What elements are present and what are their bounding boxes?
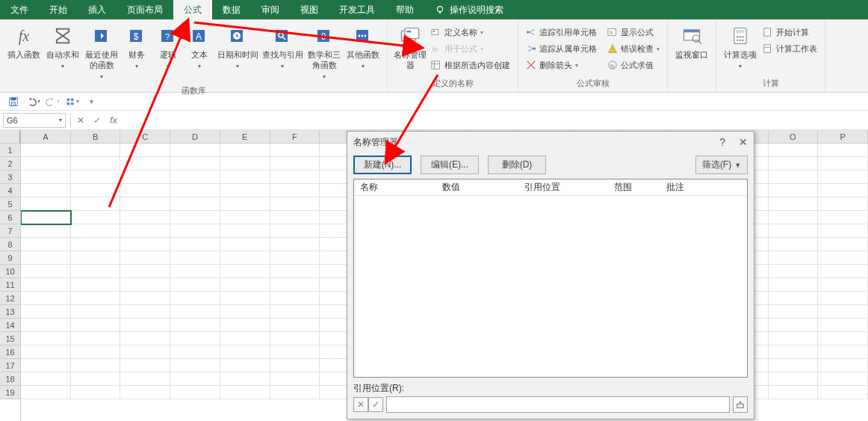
cell[interactable]: [220, 305, 270, 319]
column-header[interactable]: F: [270, 130, 320, 144]
cell[interactable]: [769, 184, 819, 197]
cell[interactable]: [818, 332, 868, 345]
undo-button[interactable]: ▾: [25, 94, 40, 109]
ref-accept-button[interactable]: ✓: [368, 397, 383, 412]
tab-file[interactable]: 文件: [0, 0, 39, 19]
cell[interactable]: [120, 278, 170, 292]
row-header[interactable]: 17: [0, 359, 20, 372]
column-header[interactable]: C: [120, 130, 170, 144]
tab-view[interactable]: 视图: [290, 0, 329, 19]
cell[interactable]: [170, 224, 220, 238]
cell[interactable]: [71, 265, 121, 278]
names-list[interactable]: 名称 数值 引用位置 范围 批注: [353, 179, 748, 378]
cell[interactable]: [818, 238, 868, 251]
refers-to-input[interactable]: [386, 396, 730, 413]
cell[interactable]: [270, 345, 320, 359]
cell[interactable]: [818, 224, 868, 238]
accept-formula-button[interactable]: ✓: [89, 113, 105, 128]
cell[interactable]: [71, 170, 121, 184]
cell[interactable]: [21, 211, 71, 224]
cell[interactable]: [120, 251, 170, 265]
tab-insert[interactable]: 插入: [78, 0, 117, 19]
autosum-button[interactable]: 自动求和 ▾: [43, 22, 82, 73]
redo-button[interactable]: ▾: [45, 94, 60, 109]
calc-sheet-button[interactable]: 计算工作表: [760, 40, 820, 57]
cell[interactable]: [170, 184, 220, 197]
cell[interactable]: [270, 278, 320, 292]
cell[interactable]: [71, 345, 121, 359]
cell[interactable]: [170, 157, 220, 170]
cell[interactable]: [71, 197, 121, 211]
ref-cancel-button[interactable]: ✕: [353, 397, 368, 412]
cell[interactable]: [270, 157, 320, 170]
cell[interactable]: [21, 265, 71, 278]
cell[interactable]: [270, 265, 320, 278]
row-header[interactable]: 13: [0, 305, 20, 319]
cell[interactable]: [769, 157, 819, 170]
cell[interactable]: [120, 211, 170, 224]
tab-home[interactable]: 开始: [39, 0, 78, 19]
cell[interactable]: [120, 319, 170, 332]
col-value[interactable]: 数值: [436, 181, 518, 194]
cell[interactable]: [818, 144, 868, 157]
cell[interactable]: [220, 359, 270, 372]
cell[interactable]: [71, 251, 121, 265]
select-all-corner[interactable]: [0, 130, 20, 144]
cell[interactable]: [270, 238, 320, 251]
cell[interactable]: [120, 170, 170, 184]
cell[interactable]: [220, 197, 270, 211]
cell[interactable]: [220, 170, 270, 184]
cell[interactable]: [170, 170, 220, 184]
column-header[interactable]: D: [170, 130, 220, 144]
tab-help[interactable]: 帮助: [385, 0, 424, 19]
cell[interactable]: [769, 292, 819, 305]
column-header[interactable]: A: [21, 130, 71, 144]
cell[interactable]: [170, 359, 220, 372]
cell[interactable]: [120, 238, 170, 251]
watch-window-button[interactable]: 监视窗口: [672, 22, 711, 61]
cell[interactable]: [270, 305, 320, 319]
cell[interactable]: [769, 144, 819, 157]
cell[interactable]: [220, 265, 270, 278]
cell[interactable]: [21, 144, 71, 157]
cell[interactable]: [769, 251, 819, 265]
tab-review[interactable]: 审阅: [251, 0, 290, 19]
cell[interactable]: [270, 144, 320, 157]
cell[interactable]: [71, 184, 121, 197]
delete-name-button[interactable]: 删除(D): [488, 156, 546, 174]
cell[interactable]: [170, 251, 220, 265]
cell[interactable]: [21, 332, 71, 345]
row-header[interactable]: 14: [0, 319, 20, 332]
cell[interactable]: [170, 386, 220, 399]
cell[interactable]: [71, 292, 121, 305]
row-header[interactable]: 9: [0, 251, 20, 265]
cell[interactable]: [120, 386, 170, 399]
column-header[interactable]: O: [769, 130, 819, 144]
cell[interactable]: [120, 305, 170, 319]
cell[interactable]: [220, 386, 270, 399]
cell[interactable]: [71, 278, 121, 292]
cell[interactable]: [120, 197, 170, 211]
row-header[interactable]: 10: [0, 265, 20, 278]
cell[interactable]: [818, 157, 868, 170]
close-button[interactable]: ✕: [739, 136, 748, 148]
cell[interactable]: [818, 170, 868, 184]
qat-customize-button[interactable]: ▾: [84, 94, 99, 109]
text-button[interactable]: A 文本 ▾: [184, 22, 215, 73]
cell[interactable]: [21, 224, 71, 238]
cell[interactable]: [170, 278, 220, 292]
cell[interactable]: [220, 292, 270, 305]
show-formulas-button[interactable]: fx显示公式: [604, 24, 663, 40]
cell[interactable]: [270, 372, 320, 386]
row-header[interactable]: 15: [0, 332, 20, 345]
cell[interactable]: [21, 157, 71, 170]
cell[interactable]: [818, 345, 868, 359]
cell[interactable]: [270, 224, 320, 238]
row-header[interactable]: 3: [0, 170, 20, 184]
fx-button[interactable]: fx: [105, 113, 122, 128]
cell[interactable]: [270, 251, 320, 265]
row-header[interactable]: 1: [0, 144, 20, 157]
cell[interactable]: [818, 211, 868, 224]
cell[interactable]: [71, 157, 121, 170]
cell[interactable]: [270, 319, 320, 332]
